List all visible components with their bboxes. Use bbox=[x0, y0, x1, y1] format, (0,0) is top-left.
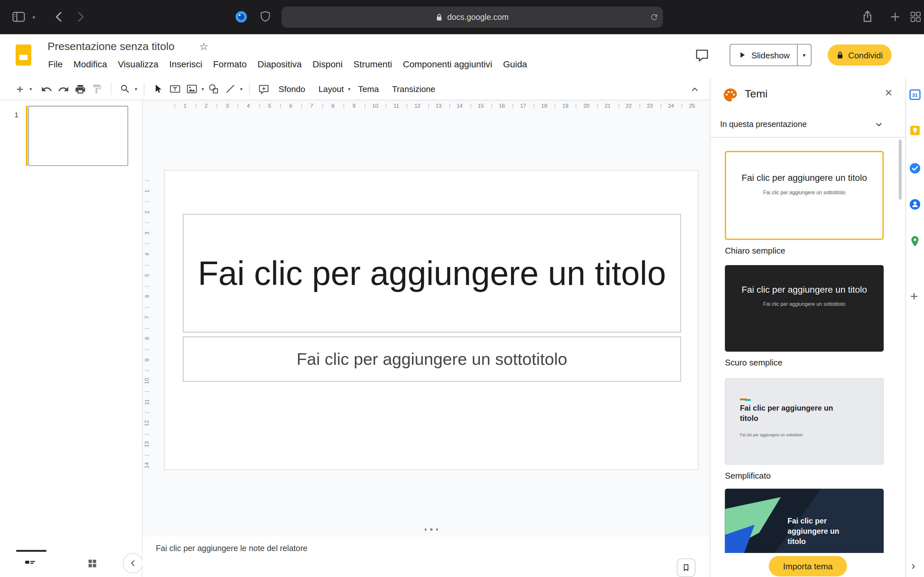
menu-item[interactable]: Formato bbox=[212, 58, 248, 70]
print-button[interactable] bbox=[72, 81, 88, 97]
slide-thumbnail[interactable] bbox=[28, 106, 128, 166]
application-window: ▾ docs.google.com bbox=[0, 0, 924, 577]
close-icon[interactable]: × bbox=[885, 85, 892, 100]
menu-item[interactable]: Diapositiva bbox=[256, 58, 303, 70]
calendar-icon[interactable]: 31 bbox=[908, 88, 921, 101]
title-placeholder-text: Fai clic per aggiungere un titolo bbox=[198, 250, 666, 297]
new-slide-button[interactable]: + bbox=[12, 81, 28, 97]
scrollbar[interactable] bbox=[899, 139, 901, 200]
image-caret-icon[interactable]: ▾ bbox=[202, 86, 204, 92]
horizontal-ruler: 1234567891011121314151617181920212223242… bbox=[142, 100, 703, 112]
menu-item[interactable]: Strumenti bbox=[352, 58, 393, 70]
vertical-ruler: 1234567891011121314 bbox=[142, 112, 152, 476]
layout-caret-icon[interactable]: ▾ bbox=[348, 86, 351, 92]
theme-card-partial[interactable]: Fai clic per aggiungere un titolo bbox=[725, 488, 884, 553]
menu-item[interactable]: File bbox=[47, 58, 64, 70]
subtitle-placeholder-text: Fai clic per aggiungere un sottotitolo bbox=[297, 350, 567, 369]
slideshow-button[interactable]: Slideshow ▾ bbox=[730, 44, 811, 66]
extension-shield-icon[interactable] bbox=[258, 10, 272, 23]
toolbar: + ▾ ▾ ▾ bbox=[0, 78, 710, 100]
reload-icon[interactable] bbox=[650, 13, 659, 21]
speaker-notes-area[interactable]: Fai clic per aggiungere le note del rela… bbox=[142, 537, 710, 577]
forward-icon[interactable] bbox=[77, 11, 86, 23]
theme-card-semplificato[interactable]: Fai clic per aggiungere un titolo Fai cl… bbox=[725, 378, 884, 464]
theme-name: Chiaro semplice bbox=[725, 246, 905, 255]
filmstrip-panel: 1 bbox=[0, 100, 142, 577]
sidebar-toggle-icon[interactable] bbox=[12, 11, 25, 23]
share-page-icon[interactable] bbox=[861, 9, 874, 23]
ruler-mark: 12 bbox=[142, 413, 152, 434]
add-addon-icon[interactable]: + bbox=[910, 288, 918, 304]
menu-item[interactable]: Modifica bbox=[72, 58, 108, 70]
slide-canvas[interactable]: Fai clic per aggiungere un titolo Fai cl… bbox=[164, 170, 698, 470]
ruler-mark: 20 bbox=[576, 100, 597, 112]
sidebar-caret-icon[interactable]: ▾ bbox=[32, 15, 35, 21]
address-bar[interactable]: docs.google.com bbox=[282, 7, 663, 28]
paint-format-button[interactable] bbox=[89, 81, 105, 97]
collapse-toolbar-icon[interactable] bbox=[687, 82, 703, 97]
zoom-caret-icon[interactable]: ▾ bbox=[135, 86, 137, 92]
google-slides-logo[interactable] bbox=[16, 45, 31, 66]
svg-text:31: 31 bbox=[912, 92, 918, 98]
theme-button[interactable]: Tema bbox=[352, 81, 385, 97]
keep-icon[interactable] bbox=[908, 124, 921, 137]
insert-image-button[interactable] bbox=[184, 81, 200, 97]
redo-button[interactable] bbox=[55, 81, 71, 97]
maps-icon[interactable] bbox=[908, 235, 921, 248]
subtitle-placeholder-box[interactable]: Fai clic per aggiungere un sottotitolo bbox=[183, 337, 681, 382]
grid-view-icon[interactable] bbox=[87, 558, 98, 569]
ruler-mark: 4 bbox=[142, 243, 152, 265]
slideshow-dropdown[interactable]: ▾ bbox=[797, 45, 811, 66]
zoom-button[interactable] bbox=[118, 81, 133, 97]
menu-item[interactable]: Disponi bbox=[311, 58, 344, 70]
ruler-mark: 24 bbox=[661, 100, 682, 112]
ruler-mark: 13 bbox=[142, 434, 152, 455]
background-button[interactable]: Sfondo bbox=[272, 81, 311, 97]
new-slide-caret-icon[interactable]: ▾ bbox=[29, 86, 32, 92]
back-icon[interactable] bbox=[54, 11, 63, 23]
document-title[interactable]: Presentazione senza titolo bbox=[47, 40, 174, 53]
ruler-mark: 3 bbox=[142, 222, 152, 243]
theme-card-scuro-semplice[interactable]: Fai clic per aggiungere un titolo Fai cl… bbox=[725, 265, 884, 351]
insert-comment-button[interactable] bbox=[256, 81, 271, 97]
layout-button[interactable]: Layout bbox=[312, 81, 346, 97]
star-icon[interactable]: ☆ bbox=[199, 40, 208, 53]
tasks-icon[interactable] bbox=[908, 161, 921, 175]
filmstrip-view-icon[interactable] bbox=[23, 557, 37, 569]
themes-section-row[interactable]: In questa presentazione bbox=[710, 112, 905, 138]
line-caret-icon[interactable]: ▾ bbox=[240, 86, 242, 92]
extension-blue-icon[interactable] bbox=[234, 10, 248, 24]
hide-side-panel-icon[interactable]: › bbox=[911, 559, 915, 572]
contacts-icon[interactable] bbox=[908, 198, 921, 211]
ruler-mark: 7 bbox=[142, 307, 152, 328]
title-placeholder-box[interactable]: Fai clic per aggiungere un titolo bbox=[183, 214, 681, 332]
browser-chrome: ▾ docs.google.com bbox=[0, 0, 924, 34]
palette-icon bbox=[722, 87, 738, 103]
new-tab-icon[interactable] bbox=[889, 11, 901, 23]
chevron-down-icon[interactable] bbox=[874, 119, 885, 130]
insert-shape-button[interactable] bbox=[206, 81, 221, 97]
collapse-filmstrip-button[interactable] bbox=[123, 553, 144, 574]
theme-preview-title: Fai clic per aggiungere un titolo bbox=[737, 171, 872, 184]
pin-notes-button[interactable] bbox=[677, 558, 695, 577]
menu-item[interactable]: Visualizza bbox=[117, 58, 160, 70]
theme-name: Scuro semplice bbox=[725, 358, 905, 367]
select-tool-button[interactable] bbox=[150, 81, 166, 97]
undo-button[interactable] bbox=[39, 81, 54, 97]
comments-icon[interactable] bbox=[695, 48, 709, 63]
insert-line-button[interactable] bbox=[223, 81, 238, 97]
theme-name: Semplificato bbox=[725, 471, 905, 480]
theme-card-chiaro-semplice[interactable]: Fai clic per aggiungere un titolo Fai cl… bbox=[725, 151, 884, 240]
ruler-mark: 16 bbox=[491, 100, 513, 112]
import-theme-button[interactable]: Importa tema bbox=[769, 556, 847, 576]
transition-button[interactable]: Transizione bbox=[386, 81, 441, 97]
menu-item[interactable]: Componenti aggiuntivi bbox=[402, 58, 493, 70]
ruler-mark: 11 bbox=[142, 392, 152, 413]
text-box-button[interactable] bbox=[167, 81, 183, 97]
share-button[interactable]: Condividi bbox=[828, 45, 891, 66]
speaker-notes-placeholder: Fai clic per aggiungere le note del rela… bbox=[156, 544, 308, 553]
menu-item[interactable]: Guida bbox=[502, 58, 528, 70]
menu-item[interactable]: Inserisci bbox=[168, 58, 204, 70]
tab-overview-icon[interactable] bbox=[909, 11, 922, 23]
notes-resize-handle[interactable] bbox=[164, 528, 698, 530]
